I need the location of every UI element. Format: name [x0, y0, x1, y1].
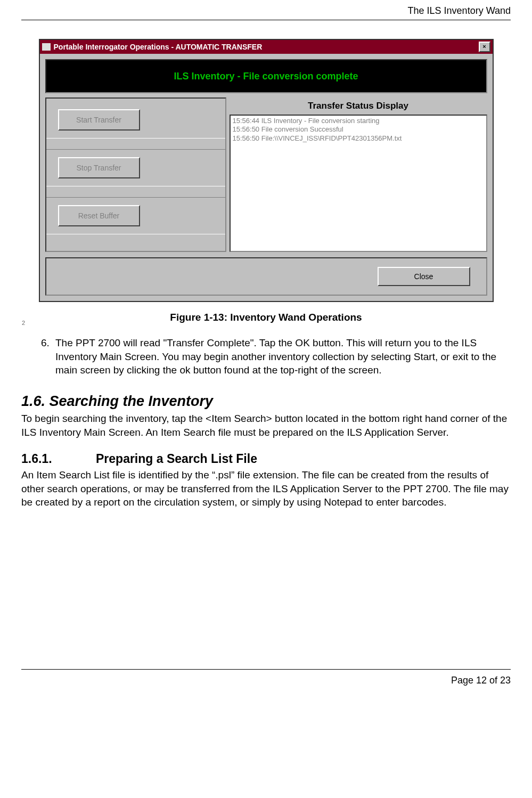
button-panel: Start Transfer Stop Transfer Reset Buffe… [45, 97, 226, 252]
titlebar: Portable Interrogator Operations - AUTOM… [40, 40, 493, 54]
body-paragraph: To begin searching the inventory, tap th… [21, 412, 511, 439]
page-footer: Page 12 of 23 [21, 669, 511, 702]
status-listbox[interactable]: 15:56:44 ILS Inventory - File conversion… [230, 115, 487, 252]
section-heading: 1.6. Searching the Inventory [21, 393, 511, 410]
numbered-list: The PPT 2700 will read "Transfer Complet… [21, 336, 511, 377]
status-banner: ILS Inventory - File conversion complete [45, 59, 487, 93]
subsection-number: 1.6.1. [21, 452, 96, 466]
status-panel: Transfer Status Display 15:56:44 ILS Inv… [230, 97, 487, 252]
bottom-panel: Close [45, 257, 487, 296]
list-item: The PPT 2700 will read "Transfer Complet… [52, 336, 511, 377]
window-title: Portable Interrogator Operations - AUTOM… [54, 43, 479, 51]
dialog-window: Portable Interrogator Operations - AUTOM… [39, 39, 494, 302]
close-button[interactable]: Close [378, 267, 470, 286]
page-margin-digit: 2 [22, 320, 25, 326]
status-group-label: Transfer Status Display [230, 97, 487, 115]
figure-caption: Figure 1-13: Inventory Wand Operations [21, 312, 511, 323]
app-icon [42, 43, 51, 51]
subsection-title: Preparing a Search List File [96, 452, 257, 466]
stop-transfer-button[interactable]: Stop Transfer [58, 157, 140, 178]
body-paragraph: An Item Search List file is identified b… [21, 468, 511, 509]
list-item: 15:56:44 ILS Inventory - File conversion… [233, 117, 484, 125]
list-item: 15:56:50 File:\\VINCEJ_ISS\RFID\PPT42301… [233, 134, 484, 143]
reset-buffer-button[interactable]: Reset Buffer [58, 205, 140, 226]
list-item: 15:56:50 File conversion Successful [233, 125, 484, 134]
subsection-heading: 1.6.1.Preparing a Search List File [21, 452, 511, 466]
running-header: The ILS Inventory Wand [21, 0, 511, 20]
close-icon[interactable]: × [479, 42, 490, 52]
start-transfer-button[interactable]: Start Transfer [58, 109, 140, 131]
